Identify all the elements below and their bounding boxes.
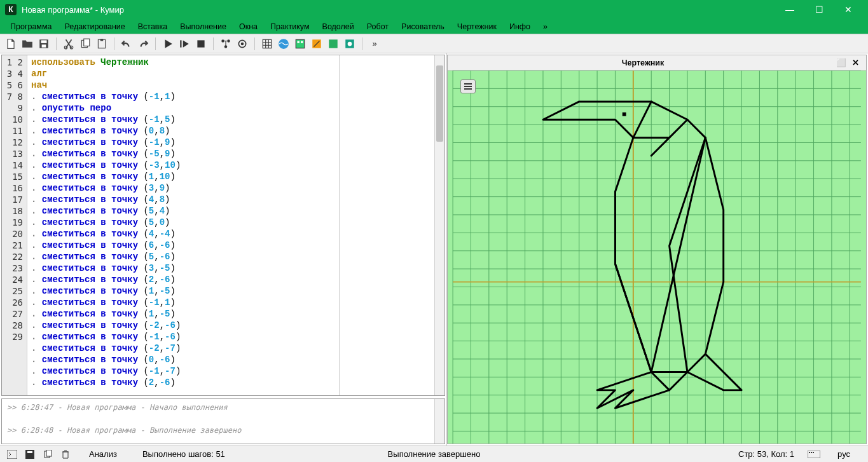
menu-робот[interactable]: Робот [361, 20, 395, 33]
copy-icon[interactable] [78, 37, 92, 51]
menu-окна[interactable]: Окна [233, 20, 264, 33]
copy-status-icon[interactable] [41, 449, 55, 460]
svg-rect-10 [197, 40, 204, 47]
robot-icon[interactable] [293, 37, 307, 51]
window-title: Новая программа* - Кумир [22, 5, 775, 15]
main-area: 1 2 3 4 5 6 7 8 9 10 11 12 13 14 15 16 1… [0, 53, 868, 445]
status-language: рус [837, 449, 850, 459]
cut-icon[interactable] [62, 37, 76, 51]
title-bar: К Новая программа* - Кумир — ☐ ✕ [0, 0, 868, 19]
canvas-title: Чертежник [451, 58, 834, 67]
svg-rect-1 [41, 40, 47, 43]
grid-icon[interactable] [260, 37, 274, 51]
menu-выполнение[interactable]: Выполнение [174, 20, 233, 33]
app-logo: К [5, 4, 17, 15]
svg-rect-76 [46, 450, 52, 456]
editor[interactable]: 1 2 3 4 5 6 7 8 9 10 11 12 13 14 15 16 1… [1, 55, 445, 396]
editor-scrollbar[interactable] [434, 55, 444, 395]
svg-rect-72 [7, 450, 17, 459]
water-icon[interactable] [277, 37, 291, 51]
drawing-panel: Чертежник ⬜ ✕ [447, 55, 867, 444]
svg-point-15 [241, 42, 244, 45]
save-status-icon[interactable] [23, 449, 37, 460]
menu-вставка[interactable]: Вставка [132, 20, 174, 33]
canvas-menu-button[interactable] [460, 79, 476, 93]
line-numbers: 1 2 3 4 5 6 7 8 9 10 11 12 13 14 15 16 1… [2, 55, 27, 395]
status-cursor-pos: Стр: 53, Кол: 1 [738, 449, 794, 459]
step-icon[interactable] [177, 37, 191, 51]
pen-icon[interactable] [326, 37, 340, 51]
svg-rect-80 [813, 452, 814, 453]
turtle-icon[interactable] [343, 37, 357, 51]
svg-rect-9 [180, 40, 181, 47]
paste-icon[interactable] [95, 37, 109, 51]
canvas-area[interactable] [448, 71, 866, 444]
keyboard-icon[interactable] [807, 449, 821, 460]
menu-инфо[interactable]: Инфо [503, 20, 537, 33]
more-icon[interactable]: » [368, 37, 382, 51]
svg-rect-19 [298, 41, 300, 43]
module-icon[interactable] [219, 37, 233, 51]
redo-icon[interactable] [136, 37, 150, 51]
undo-icon[interactable] [120, 37, 134, 51]
canvas-header: Чертежник ⬜ ✕ [448, 55, 866, 71]
minimize-button[interactable]: — [775, 0, 804, 19]
svg-rect-74 [27, 451, 32, 453]
new-file-icon[interactable] [4, 37, 18, 51]
open-file-icon[interactable] [20, 37, 34, 51]
console-scrollbar[interactable] [434, 399, 444, 444]
status-done: Выполнение завершено [388, 449, 481, 459]
svg-rect-22 [329, 39, 338, 48]
svg-rect-71 [623, 112, 626, 116]
svg-point-24 [348, 41, 352, 46]
svg-rect-6 [84, 39, 90, 46]
painter-icon[interactable] [310, 37, 324, 51]
console-toggle-icon[interactable] [5, 449, 19, 460]
menu-водолей[interactable]: Водолей [316, 20, 361, 33]
status-analysis: Анализ [89, 449, 117, 459]
menu-практикум[interactable]: Практикум [264, 20, 316, 33]
menu-программа[interactable]: Программа [4, 20, 59, 33]
svg-rect-18 [296, 39, 305, 48]
left-panel: 1 2 3 4 5 6 7 8 9 10 11 12 13 14 15 16 1… [0, 53, 447, 445]
svg-rect-78 [809, 452, 810, 453]
console-output[interactable]: >> 6:28:47 - Новая программа - Начало вы… [2, 399, 434, 444]
maximize-button[interactable]: ☐ [804, 0, 834, 19]
svg-rect-77 [808, 451, 820, 458]
save-file-icon[interactable] [37, 37, 51, 51]
scrollbar-thumb[interactable] [436, 65, 443, 142]
status-bar: Анализ Выполнено шагов: 51 Выполнение за… [0, 445, 868, 462]
close-button[interactable]: ✕ [834, 0, 863, 19]
toolbar: » [0, 34, 868, 53]
record-icon[interactable] [235, 37, 249, 51]
menu-чертежник[interactable]: Чертежник [451, 20, 503, 33]
svg-rect-2 [42, 44, 46, 48]
code-area[interactable]: использовать Чертежник алг нач . сместит… [27, 55, 339, 395]
maximize-canvas-icon[interactable]: ⬜ [834, 57, 848, 69]
svg-rect-8 [100, 39, 104, 41]
svg-rect-16 [263, 39, 272, 48]
drawing-canvas [448, 71, 866, 444]
menu-bar: ПрограммаРедактированиеВставкаВыполнение… [0, 19, 868, 34]
close-canvas-icon[interactable]: ✕ [848, 57, 862, 69]
svg-rect-79 [811, 452, 812, 453]
editor-margin [339, 55, 434, 395]
menu-»[interactable]: » [537, 20, 554, 33]
menu-рисователь[interactable]: Рисователь [395, 20, 451, 33]
stop-icon[interactable] [194, 37, 208, 51]
delete-status-icon[interactable] [59, 449, 72, 460]
menu-редактирование[interactable]: Редактирование [59, 20, 132, 33]
status-steps: Выполнено шагов: 51 [142, 449, 225, 459]
run-icon[interactable] [161, 37, 175, 51]
console: >> 6:28:47 - Новая программа - Начало вы… [1, 398, 445, 444]
svg-rect-20 [301, 41, 303, 43]
